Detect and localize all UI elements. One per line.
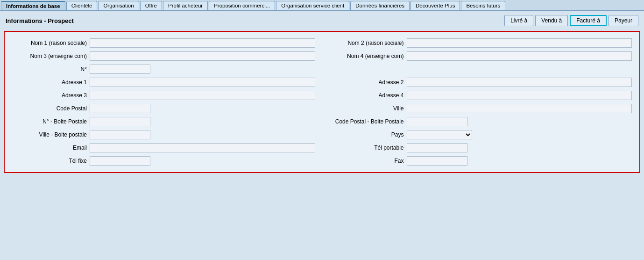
- adresse4-row: Adresse 4: [329, 91, 632, 100]
- pays-select[interactable]: [407, 130, 472, 139]
- nom1-row: Nom 1 (raison sociale): [12, 38, 315, 48]
- header-buttons: Livré à Vendu à Facturé à Payeur: [504, 15, 638, 26]
- header-row: Informations - Prospect Livré à Vendu à …: [4, 14, 640, 27]
- payeur-button[interactable]: Payeur: [609, 15, 638, 26]
- tab-bar: Informations de base Clientèle Organisat…: [0, 0, 644, 11]
- code-postal-input[interactable]: [90, 104, 150, 113]
- adresse4-input[interactable]: [407, 91, 632, 100]
- vendu-a-button[interactable]: Vendu à: [535, 15, 568, 26]
- tab-organisation[interactable]: Organisation: [98, 1, 139, 10]
- numero-row: N°: [12, 65, 315, 74]
- nom1-input[interactable]: [90, 38, 315, 48]
- ville-boite-postale-row: Ville - Boite postale: [12, 130, 315, 139]
- livre-a-button[interactable]: Livré à: [504, 15, 533, 26]
- email-input[interactable]: [90, 143, 315, 152]
- numero-boite-postale-input[interactable]: [90, 117, 150, 126]
- adresse3-row: Adresse 3: [12, 91, 315, 100]
- tel-portable-label: Tél portable: [329, 144, 404, 151]
- tab-decouverte-plus[interactable]: Découverte Plus: [410, 1, 460, 10]
- ville-boite-postale-label: Ville - Boite postale: [12, 131, 87, 138]
- code-postal-boite-postale-label: Code Postal - Boite Postale: [329, 118, 404, 125]
- code-postal-boite-postale-row: Code Postal - Boite Postale: [329, 117, 632, 126]
- nom4-input[interactable]: [407, 51, 632, 61]
- ville-row: Ville: [329, 104, 632, 113]
- nom2-label: Nom 2 (raison sociale): [329, 40, 404, 46]
- tab-organisation-service-client[interactable]: Organisation service client: [276, 1, 349, 10]
- tel-fixe-label: Tél fixe: [12, 158, 87, 164]
- fax-input[interactable]: [407, 156, 467, 166]
- main-content: Informations - Prospect Livré à Vendu à …: [0, 11, 644, 176]
- nom1-label: Nom 1 (raison sociale): [12, 40, 87, 46]
- code-postal-row: Code Postal: [12, 104, 315, 113]
- tab-informations-base[interactable]: Informations de base: [1, 1, 65, 10]
- numero-label: N°: [12, 66, 87, 72]
- numero-input[interactable]: [90, 65, 150, 74]
- adresse3-label: Adresse 3: [12, 92, 87, 99]
- email-row: Email: [12, 143, 315, 152]
- form-card: Nom 1 (raison sociale) Nom 3 (enseigne c…: [4, 31, 640, 173]
- nom2-input[interactable]: [407, 38, 632, 48]
- right-column: Nom 2 (raison sociale) Nom 4 (enseigne c…: [329, 38, 632, 166]
- adresse2-label: Adresse 2: [329, 79, 404, 86]
- code-postal-label: Code Postal: [12, 105, 87, 112]
- adresse2-input[interactable]: [407, 78, 632, 87]
- code-postal-boite-postale-input[interactable]: [407, 117, 467, 126]
- page-title: Informations - Prospect: [6, 17, 74, 24]
- spacer-row: [329, 61, 632, 78]
- tab-offre[interactable]: Offre: [140, 1, 162, 10]
- tab-profil-acheteur[interactable]: Profil acheteur: [163, 1, 208, 10]
- tel-fixe-input[interactable]: [90, 156, 150, 166]
- pays-row: Pays: [329, 130, 632, 139]
- left-column: Nom 1 (raison sociale) Nom 3 (enseigne c…: [12, 38, 315, 166]
- nom4-row: Nom 4 (enseigne com): [329, 51, 632, 61]
- nom2-row: Nom 2 (raison sociale): [329, 38, 632, 48]
- form-grid: Nom 1 (raison sociale) Nom 3 (enseigne c…: [12, 38, 632, 166]
- email-label: Email: [12, 144, 87, 151]
- adresse1-label: Adresse 1: [12, 79, 87, 86]
- adresse4-label: Adresse 4: [329, 92, 404, 99]
- adresse2-row: Adresse 2: [329, 78, 632, 87]
- pays-label: Pays: [329, 131, 404, 138]
- adresse3-input[interactable]: [90, 91, 315, 100]
- ville-label: Ville: [329, 105, 404, 112]
- numero-boite-postale-label: N° - Boite Postale: [12, 118, 87, 125]
- numero-boite-postale-row: N° - Boite Postale: [12, 117, 315, 126]
- ville-input[interactable]: [407, 104, 632, 113]
- ville-boite-postale-input[interactable]: [90, 130, 150, 139]
- nom3-row: Nom 3 (enseigne com): [12, 51, 315, 61]
- tel-portable-input[interactable]: [407, 143, 467, 152]
- nom3-input[interactable]: [90, 51, 315, 61]
- tab-proposition-commerciale[interactable]: Proposition commerci...: [209, 1, 275, 10]
- adresse1-row: Adresse 1: [12, 78, 315, 87]
- tab-besoins-futurs[interactable]: Besoins futurs: [461, 1, 505, 10]
- facture-a-button[interactable]: Facturé à: [570, 15, 607, 26]
- tab-donnees-financieres[interactable]: Données financières: [350, 1, 410, 10]
- tel-portable-row: Tél portable: [329, 143, 632, 152]
- tel-fixe-row: Tél fixe: [12, 156, 315, 166]
- fax-row: Fax: [329, 156, 632, 166]
- tab-clientele[interactable]: Clientèle: [66, 1, 98, 10]
- nom4-label: Nom 4 (enseigne com): [329, 53, 404, 59]
- adresse1-input[interactable]: [90, 78, 315, 87]
- nom3-label: Nom 3 (enseigne com): [12, 53, 87, 59]
- fax-label: Fax: [329, 158, 404, 164]
